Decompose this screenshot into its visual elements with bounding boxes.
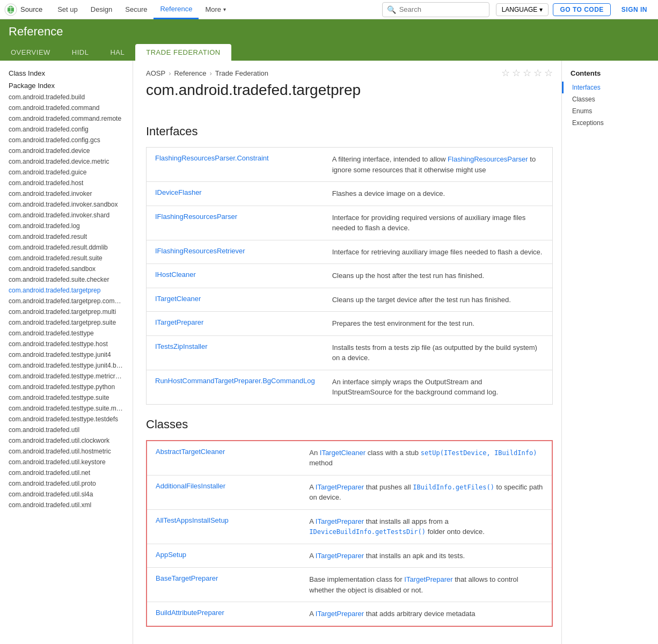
toc-item-classes[interactable]: Classes xyxy=(562,93,658,105)
sidebar-link-config[interactable]: com.android.tradefed.config xyxy=(0,124,133,135)
sidebar-item-package-index[interactable]: Package Index xyxy=(0,79,133,92)
go-to-code-button[interactable]: GO TO CODE xyxy=(553,3,610,16)
interface-name-itargetcleaner[interactable]: ITargetCleaner xyxy=(147,288,324,312)
sidebar-link-testtype-junit4[interactable]: com.android.tradefed.testtype.junit4 xyxy=(0,349,133,360)
star-2[interactable]: ☆ xyxy=(512,67,521,79)
sidebar-link-util-proto[interactable]: com.android.tradefed.util.proto xyxy=(0,478,133,489)
link-flashing-resources-parser[interactable]: FlashingResourcesParser xyxy=(448,155,528,163)
sidebar-link-device-metric[interactable]: com.android.tradefed.device.metric xyxy=(0,156,133,167)
sidebar-link-invoker-sandbox[interactable]: com.android.tradefed.invoker.sandbox xyxy=(0,199,133,210)
nav-link-secure[interactable]: Secure xyxy=(119,0,153,19)
interface-name-ihostcleaner[interactable]: IHostCleaner xyxy=(147,264,324,288)
link-itargetpreparer-4[interactable]: ITargetPreparer xyxy=(404,575,452,583)
sidebar-link-util-keystore[interactable]: com.android.tradefed.util.keystore xyxy=(0,457,133,467)
sidebar-link-result-suite[interactable]: com.android.tradefed.result.suite xyxy=(0,253,133,264)
rating-stars[interactable]: ☆ ☆ ☆ ☆ ☆ xyxy=(501,67,553,79)
interface-name-flashing-constraint[interactable]: FlashingResourcesParser.Constraint xyxy=(147,148,324,182)
sign-in-button[interactable]: SIGN IN xyxy=(615,4,654,16)
language-button[interactable]: LANGUAGE ▾ xyxy=(496,3,549,16)
sidebar-link-util-hostmetric[interactable]: com.android.tradefed.util.hostmetric xyxy=(0,446,133,457)
sidebar-link-invoker[interactable]: com.android.tradefed.invoker xyxy=(0,188,133,199)
sidebar-link-testtype-junit4-builder[interactable]: com.android.tradefed.testtype.junit4.bui… xyxy=(0,360,133,371)
star-1[interactable]: ☆ xyxy=(501,67,510,79)
sidebar-link-targetprep-suite[interactable]: com.android.tradefed.targetprep.suite xyxy=(0,317,133,328)
breadcrumb-aosp[interactable]: AOSP xyxy=(146,69,165,77)
tab-overview[interactable]: OVERVIEW xyxy=(0,44,61,61)
sidebar-link-config-gcs[interactable]: com.android.tradefed.config.gcs xyxy=(0,135,133,145)
sidebar-link-guice[interactable]: com.android.tradefed.guice xyxy=(0,167,133,178)
sidebar-link-testtype-suite[interactable]: com.android.tradefed.testtype.suite xyxy=(0,392,133,403)
sidebar-link-command-remote[interactable]: com.android.tradefed.command.remote xyxy=(0,113,133,124)
top-nav: Source Set up Design Secure Reference Mo… xyxy=(0,0,658,19)
sidebar-link-testtype-testdefs[interactable]: com.android.tradefed.testtype.testdefs xyxy=(0,414,133,425)
sidebar-link-targetprep-companion[interactable]: com.android.tradefed.targetprep.companio… xyxy=(0,296,133,306)
logo[interactable]: Source xyxy=(4,3,42,16)
class-desc-abstracttargetcleaner: An ITargetCleaner class with a stub setU… xyxy=(301,441,552,475)
code-getfiles[interactable]: IBuildInfo.getFiles() xyxy=(413,484,494,491)
sidebar-link-testtype-host[interactable]: com.android.tradefed.testtype.host xyxy=(0,339,133,349)
class-desc-buildattributepreparer: A ITargetPreparer that adds arbitrary de… xyxy=(301,602,552,626)
interface-name-itargetpreparer[interactable]: ITargetPreparer xyxy=(147,312,324,336)
code-setup[interactable]: setUp(ITestDevice, IBuildInfo) xyxy=(421,449,537,457)
sidebar-link-result-ddmlib[interactable]: com.android.tradefed.result.ddmlib xyxy=(0,242,133,253)
class-name-appsetup[interactable]: AppSetup xyxy=(147,544,301,568)
table-row: AdditionalFilesInstaller A ITargetPrepar… xyxy=(147,475,552,509)
class-name-alltestappsinstallsetup[interactable]: AllTestAppsInstallSetup xyxy=(147,509,301,544)
interface-desc-ideviceflasher: Flashes a device image on a device. xyxy=(324,182,553,206)
toc-item-enums[interactable]: Enums xyxy=(562,105,658,117)
nav-link-reference[interactable]: Reference xyxy=(153,0,199,19)
nav-link-setup[interactable]: Set up xyxy=(51,0,84,19)
interface-name-ideviceflasher[interactable]: IDeviceFlasher xyxy=(147,182,324,206)
star-4[interactable]: ☆ xyxy=(533,67,542,79)
sidebar-link-util-sl4a[interactable]: com.android.tradefed.util.sl4a xyxy=(0,489,133,500)
sidebar-link-testtype-metricregression[interactable]: com.android.tradefed.testtype.metricregr… xyxy=(0,371,133,382)
class-name-abstracttargetcleaner[interactable]: AbstractTargetCleaner xyxy=(147,441,301,475)
class-name-additionalfilesinstaller[interactable]: AdditionalFilesInstaller xyxy=(147,475,301,509)
class-name-buildattributepreparer[interactable]: BuildAttributePreparer xyxy=(147,602,301,626)
link-itargetpreparer-2[interactable]: ITargetPreparer xyxy=(316,517,364,525)
sidebar-link-util[interactable]: com.android.tradefed.util xyxy=(0,425,133,435)
star-3[interactable]: ☆ xyxy=(523,67,531,79)
sidebar-link-result[interactable]: com.android.tradefed.result xyxy=(0,231,133,242)
chevron-down-icon: ▾ xyxy=(223,6,226,12)
tab-hal[interactable]: HAL xyxy=(99,44,135,61)
interface-name-itestszipinstaller[interactable]: ITestsZipInstaller xyxy=(147,335,324,370)
class-name-basetargetpreparer[interactable]: BaseTargetPreparer xyxy=(147,568,301,602)
star-5[interactable]: ☆ xyxy=(544,67,553,79)
search-input[interactable] xyxy=(399,5,485,13)
interface-name-runhostcommand[interactable]: RunHostCommandTargetPreparer.BgCommandLo… xyxy=(147,370,324,404)
tab-hidl[interactable]: HIDL xyxy=(61,44,100,61)
sidebar-link-testtype-python[interactable]: com.android.tradefed.testtype.python xyxy=(0,382,133,392)
interface-name-iflashingresourcesretriever[interactable]: IFlashingResourcesRetriever xyxy=(147,240,324,264)
sidebar-link-util-net[interactable]: com.android.tradefed.util.net xyxy=(0,467,133,478)
sidebar-link-suite-checker[interactable]: com.android.tradefed.suite.checker xyxy=(0,274,133,285)
interface-name-iflashingresourcesparser[interactable]: IFlashingResourcesParser xyxy=(147,206,324,240)
sidebar-link-log[interactable]: com.android.tradefed.log xyxy=(0,221,133,231)
sidebar-link-targetprep-multi[interactable]: com.android.tradefed.targetprep.multi xyxy=(0,306,133,317)
link-itargetcleaner[interactable]: ITargetCleaner xyxy=(320,449,365,457)
toc-item-exceptions[interactable]: Exceptions xyxy=(562,117,658,129)
sidebar-link-invoker-shard[interactable]: com.android.tradefed.invoker.shard xyxy=(0,210,133,221)
sidebar-link-command[interactable]: com.android.tradefed.command xyxy=(0,103,133,113)
sidebar-link-testtype[interactable]: com.android.tradefed.testtype xyxy=(0,328,133,339)
sidebar-link-util-clockwork[interactable]: com.android.tradefed.util.clockwork xyxy=(0,435,133,446)
link-itargetpreparer-3[interactable]: ITargetPreparer xyxy=(316,552,364,560)
sidebar-link-build[interactable]: com.android.tradefed.build xyxy=(0,92,133,103)
sidebar-link-util-xml[interactable]: com.android.tradefed.util.xml xyxy=(0,500,133,510)
breadcrumb-reference[interactable]: Reference xyxy=(174,69,206,77)
sidebar-link-device[interactable]: com.android.tradefed.device xyxy=(0,145,133,156)
link-itargetpreparer-1[interactable]: ITargetPreparer xyxy=(316,483,364,491)
toc-item-interfaces[interactable]: Interfaces xyxy=(562,82,658,93)
nav-link-more[interactable]: More ▾ xyxy=(199,0,232,19)
link-itargetpreparer-5[interactable]: ITargetPreparer xyxy=(316,610,364,618)
nav-link-design[interactable]: Design xyxy=(84,0,119,19)
sidebar-link-sandbox[interactable]: com.android.tradefed.sandbox xyxy=(0,264,133,274)
classes-table: AbstractTargetCleaner An ITargetCleaner … xyxy=(146,440,553,627)
sidebar-link-targetprep[interactable]: com.android.tradefed.targetprep xyxy=(0,285,133,296)
sidebar-link-host[interactable]: com.android.tradefed.host xyxy=(0,178,133,188)
tab-trade-federation[interactable]: TRADE FEDERATION xyxy=(135,44,231,61)
code-gettestsdir[interactable]: IDeviceBuildInfo.getTestsDir() xyxy=(309,528,426,536)
breadcrumb-trade-federation[interactable]: Trade Federation xyxy=(215,69,268,77)
sidebar-link-testtype-suite-module[interactable]: com.android.tradefed.testtype.suite.modu… xyxy=(0,403,133,414)
sidebar-item-class-index[interactable]: Class Index xyxy=(0,67,133,79)
